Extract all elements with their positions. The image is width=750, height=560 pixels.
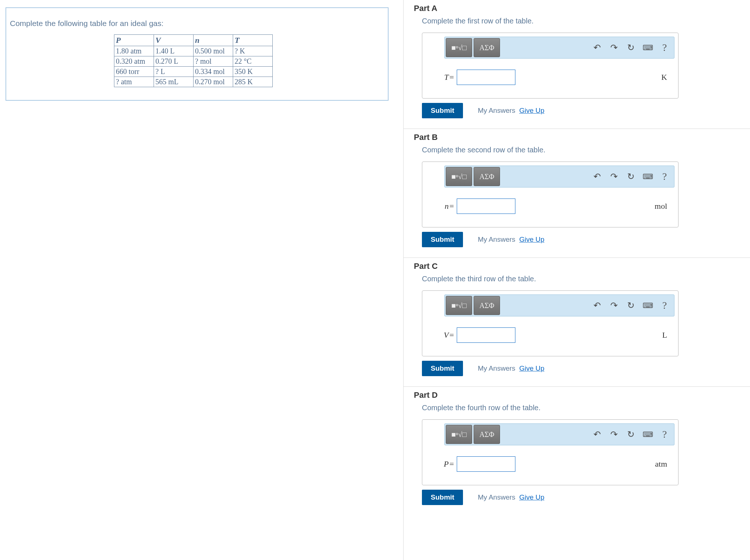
answer-input[interactable]: [457, 456, 515, 472]
reset-icon: ↻: [627, 429, 635, 440]
templates-button[interactable]: ■ⁿ√□: [446, 38, 472, 57]
keyboard-icon: ⌨: [643, 301, 653, 310]
help-button[interactable]: ?: [656, 39, 673, 56]
answer-links: My Answers Give Up: [478, 364, 544, 372]
reset-button[interactable]: ↻: [622, 39, 639, 56]
give-up-link[interactable]: Give Up: [519, 107, 544, 114]
templates-icon: ■ⁿ√□: [451, 301, 466, 310]
part-title: Part C: [414, 262, 739, 271]
cell: 0.500 mol: [195, 47, 225, 55]
unit-label: atm: [655, 459, 667, 469]
greek-symbols-button[interactable]: ΑΣΦ: [474, 167, 500, 186]
cell: 0.270 mol: [195, 78, 225, 86]
keyboard-button[interactable]: ⌨: [639, 168, 656, 185]
part-instruction: Complete the third row of the table.: [422, 275, 739, 283]
col-P: P: [114, 35, 154, 46]
my-answers-label: My Answers: [478, 364, 515, 372]
problem-box: Complete the following table for an idea…: [5, 7, 389, 101]
undo-button[interactable]: ↶: [589, 168, 606, 185]
redo-button[interactable]: ↷: [606, 39, 622, 56]
undo-button[interactable]: ↶: [589, 39, 606, 56]
cell: 1.80 atm: [116, 47, 141, 55]
reset-button[interactable]: ↻: [622, 426, 639, 443]
undo-icon: ↶: [593, 300, 601, 311]
redo-icon: ↷: [610, 42, 618, 53]
templates-button[interactable]: ■ⁿ√□: [446, 296, 472, 315]
templates-button[interactable]: ■ⁿ√□: [446, 167, 472, 186]
table-body: 1.80 atm 1.40 L 0.500 mol ? K 0.320 atm …: [114, 46, 273, 87]
redo-button[interactable]: ↷: [606, 297, 622, 314]
greek-symbols-button[interactable]: ΑΣΦ: [474, 38, 500, 57]
toolbar-group: ■ⁿ√□ ΑΣΦ: [446, 296, 500, 315]
cell: 0.270 L: [155, 57, 178, 65]
answer-input[interactable]: [457, 70, 515, 85]
keyboard-button[interactable]: ⌨: [639, 39, 656, 56]
greek-icon: ΑΣΦ: [479, 44, 495, 52]
help-icon: ?: [662, 171, 667, 182]
col-V: V: [154, 35, 194, 46]
reset-button[interactable]: ↻: [622, 168, 639, 185]
help-button[interactable]: ?: [656, 297, 673, 314]
redo-button[interactable]: ↷: [606, 168, 622, 185]
answer-pane: Part A Complete the first row of the tab…: [403, 0, 750, 560]
ideal-gas-table: P V n T 1.80 atm 1.40 L 0.500 mol ? K 0.…: [114, 34, 273, 87]
give-up-link[interactable]: Give Up: [519, 493, 544, 501]
answer-row: T = K: [434, 70, 678, 85]
table-row: 660 torr ? L 0.334 mol 350 K: [114, 67, 273, 77]
submit-button[interactable]: Submit: [422, 232, 463, 247]
reset-button[interactable]: ↻: [622, 297, 639, 314]
undo-button[interactable]: ↶: [589, 297, 606, 314]
redo-button[interactable]: ↷: [606, 426, 622, 443]
keyboard-icon: ⌨: [643, 430, 653, 439]
cell: 22 °C: [235, 57, 251, 65]
part-instruction: Complete the fourth row of the table.: [422, 404, 739, 412]
keyboard-icon: ⌨: [643, 172, 653, 181]
answer-input[interactable]: [457, 327, 515, 343]
undo-icon: ↶: [593, 171, 601, 182]
greek-symbols-button[interactable]: ΑΣΦ: [474, 425, 500, 444]
give-up-link[interactable]: Give Up: [519, 364, 544, 372]
cell: ? K: [235, 47, 245, 55]
help-button[interactable]: ?: [656, 168, 673, 185]
greek-symbols-button[interactable]: ΑΣΦ: [474, 296, 500, 315]
my-answers-label: My Answers: [478, 236, 515, 243]
help-icon: ?: [662, 42, 667, 53]
equation-toolbar: ■ⁿ√□ ΑΣΦ ↶ ↷ ↻ ⌨: [444, 423, 674, 445]
cell: 565 mL: [155, 78, 179, 86]
toolbar-group: ■ⁿ√□ ΑΣΦ: [446, 425, 500, 444]
answer-box: ■ⁿ√□ ΑΣΦ ↶ ↷ ↻ ⌨: [422, 162, 679, 227]
col-T: T: [233, 35, 273, 46]
col-n: n: [194, 35, 233, 46]
submit-button[interactable]: Submit: [422, 361, 463, 376]
answer-row: P = atm: [434, 456, 678, 472]
help-icon: ?: [662, 300, 667, 311]
keyboard-button[interactable]: ⌨: [639, 426, 656, 443]
submit-button[interactable]: Submit: [422, 103, 463, 118]
cell: 0.320 atm: [116, 57, 145, 65]
templates-icon: ■ⁿ√□: [451, 44, 466, 52]
redo-icon: ↷: [610, 429, 618, 440]
cell: 0.334 mol: [195, 67, 225, 75]
redo-icon: ↷: [610, 300, 618, 311]
my-answers-label: My Answers: [478, 493, 515, 501]
help-button[interactable]: ?: [656, 426, 673, 443]
part-title: Part B: [414, 133, 739, 142]
keyboard-button[interactable]: ⌨: [639, 297, 656, 314]
answer-row: n = mol: [434, 199, 678, 214]
answer-input[interactable]: [457, 199, 515, 214]
answer-links: My Answers Give Up: [478, 107, 544, 115]
give-up-link[interactable]: Give Up: [519, 236, 544, 243]
question-part: Part C Complete the third row of the tab…: [404, 257, 750, 386]
table-header-row: P V n T: [114, 35, 273, 46]
problem-prompt: Complete the following table for an idea…: [10, 19, 377, 28]
cell: 285 K: [235, 78, 253, 86]
question-part: Part B Complete the second row of the ta…: [404, 129, 750, 257]
cell: 1.40 L: [155, 47, 174, 55]
variable-label: V: [434, 330, 449, 340]
part-title: Part D: [414, 390, 739, 400]
submit-button[interactable]: Submit: [422, 490, 463, 505]
templates-button[interactable]: ■ⁿ√□: [446, 425, 472, 444]
part-instruction: Complete the first row of the table.: [422, 17, 739, 25]
undo-button[interactable]: ↶: [589, 426, 606, 443]
answer-box: ■ⁿ√□ ΑΣΦ ↶ ↷ ↻ ⌨: [422, 33, 679, 99]
